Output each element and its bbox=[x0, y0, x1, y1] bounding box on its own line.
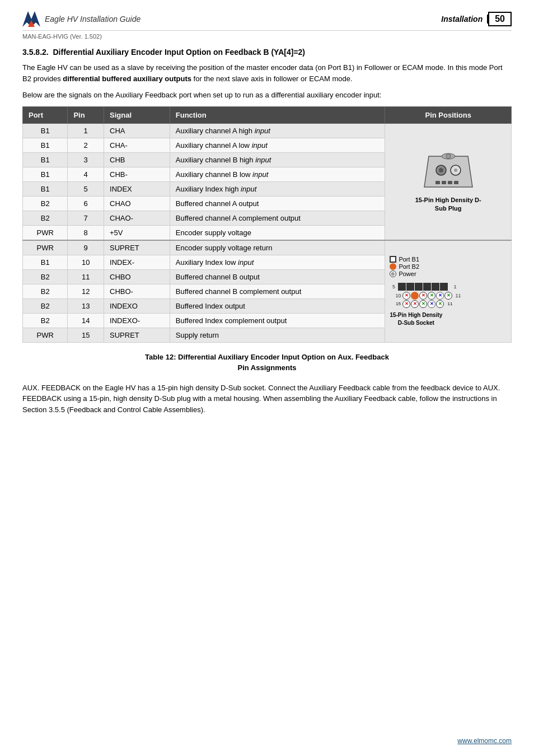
cell-signal: INDEX bbox=[104, 181, 170, 196]
cell-pin: 13 bbox=[68, 298, 104, 313]
cell-port: PWR bbox=[23, 240, 68, 255]
port-b2-icon bbox=[390, 263, 396, 270]
cell-port: PWR bbox=[23, 225, 68, 240]
col-header-function: Function bbox=[170, 106, 385, 123]
pin-circle-low4: ✕ bbox=[428, 300, 435, 308]
cell-function: Encoder supply voltage return bbox=[170, 240, 385, 255]
pin-sq-1 bbox=[398, 283, 406, 291]
cell-pin: 12 bbox=[68, 284, 104, 298]
col-header-port: Port bbox=[23, 106, 68, 123]
cell-function: Supply return bbox=[170, 328, 385, 342]
legend-port-b1: Port B1 bbox=[390, 256, 419, 263]
body-paragraph-2: Below are the signals on the Auxiliary F… bbox=[22, 90, 512, 101]
cell-signal: SUPRET bbox=[104, 328, 170, 342]
legend-power: ⊗ Power bbox=[390, 270, 419, 277]
legend-port-b2: Port B2 bbox=[390, 263, 419, 270]
header-left: Eagle HV Installation Guide bbox=[22, 11, 140, 27]
cell-pin: 15 bbox=[68, 328, 104, 342]
pin-positions-top-label: 15-Pin High Density D- Sub Plug bbox=[415, 196, 481, 212]
pin-circle-14: ✕ bbox=[436, 292, 444, 300]
pin-circle-10: ✕ bbox=[402, 292, 410, 300]
section-title: Differential Auxiliary Encoder Input Opt… bbox=[53, 48, 305, 57]
cell-pin: 6 bbox=[68, 196, 104, 211]
cell-function: Buffered channel A complement output bbox=[170, 211, 385, 225]
pin-sq-4 bbox=[423, 283, 431, 291]
pin-circle-15: ✕ bbox=[444, 292, 452, 300]
col-header-pin: Pin bbox=[68, 106, 104, 123]
cell-signal: CHBO- bbox=[104, 284, 170, 298]
bold-text: differential buffered auxiliary outputs bbox=[63, 74, 191, 83]
svg-point-5 bbox=[439, 168, 443, 172]
legend-power-label: Power bbox=[399, 270, 416, 277]
cell-pin: 8 bbox=[68, 225, 104, 240]
cell-port: B1 bbox=[23, 255, 68, 269]
pin-circle-13: ✕ bbox=[428, 292, 435, 300]
pin-sq-2 bbox=[406, 283, 414, 291]
table-row: PWR 9 SUPRET Encoder supply voltage retu… bbox=[23, 240, 512, 255]
cell-pin: 2 bbox=[68, 138, 104, 152]
section-heading: 3.5.8.2. Differential Auxiliary Encoder … bbox=[22, 48, 512, 57]
cell-port: B2 bbox=[23, 211, 68, 225]
cell-port: B2 bbox=[23, 298, 68, 313]
pin-diagram-bottom: Port B1 Port B2 ⊗ Power bbox=[387, 254, 509, 329]
body-paragraph-1: The Eagle HV can be used as a slave by r… bbox=[22, 62, 512, 84]
cell-port: B2 bbox=[23, 284, 68, 298]
pin-sq-3 bbox=[415, 283, 423, 291]
header-title: Eagle HV Installation Guide bbox=[45, 15, 140, 24]
cell-signal: CHAO bbox=[104, 196, 170, 211]
table-header-row: Port Pin Signal Function Pin Positions bbox=[23, 106, 512, 123]
section-number: 3.5.8.2. bbox=[22, 48, 49, 57]
cell-signal: +5V bbox=[104, 225, 170, 240]
cell-pin: 4 bbox=[68, 167, 104, 181]
pin-sq-6 bbox=[440, 283, 448, 291]
pin-circle-11 bbox=[411, 292, 419, 300]
svg-rect-10 bbox=[442, 181, 446, 184]
header-page-number: 50 bbox=[488, 12, 512, 26]
cell-port: B1 bbox=[23, 152, 68, 167]
table-caption: Table 12: Differential Auxiliary Encoder… bbox=[22, 352, 512, 374]
pin-circle-low: ✕ bbox=[402, 300, 410, 308]
footer-paragraph: AUX. FEEDBACK on the Eagle HV has a 15-p… bbox=[22, 382, 512, 416]
cell-signal: SUPRET bbox=[104, 240, 170, 255]
pin-circle-low2: ✕ bbox=[411, 300, 419, 308]
cell-pin: 9 bbox=[68, 240, 104, 255]
col-header-signal: Signal bbox=[104, 106, 170, 123]
cell-port: B1 bbox=[23, 138, 68, 152]
pin-circle-low3: ✕ bbox=[419, 300, 427, 308]
cell-port: B2 bbox=[23, 313, 68, 328]
cell-port: B2 bbox=[23, 269, 68, 284]
cell-pin-pos: 15-Pin High Density D- Sub Plug bbox=[385, 123, 512, 240]
cell-signal: CHA bbox=[104, 123, 170, 138]
pin-sq-5 bbox=[432, 283, 439, 291]
svg-rect-11 bbox=[448, 181, 452, 184]
cell-signal: CHB bbox=[104, 152, 170, 167]
pin-table: Port Pin Signal Function Pin Positions B… bbox=[22, 106, 512, 343]
cell-signal: CHBO bbox=[104, 269, 170, 284]
cell-function: Auxiliary channel A low input bbox=[170, 138, 385, 152]
cell-pin: 14 bbox=[68, 313, 104, 328]
svg-rect-12 bbox=[454, 181, 458, 184]
cell-port: B1 bbox=[23, 167, 68, 181]
dsub-15pin-diagram: 5 1 10 bbox=[390, 283, 461, 308]
svg-point-7 bbox=[454, 169, 457, 172]
cell-function: Auxiliary channel B low input bbox=[170, 167, 385, 181]
pin-diagram-top: 15-Pin High Density D- Sub Plug bbox=[387, 151, 509, 212]
cell-pin: 7 bbox=[68, 211, 104, 225]
cell-port: B2 bbox=[23, 196, 68, 211]
footer-link[interactable]: www.elmomc.com bbox=[457, 737, 512, 745]
cell-pin: 10 bbox=[68, 255, 104, 269]
table-row: B1 1 CHA Auxiliary channel A high input bbox=[23, 123, 512, 138]
cell-function: Auxiliary channel B high input bbox=[170, 152, 385, 167]
cell-function: Auxiliary Index high input bbox=[170, 181, 385, 196]
eagle-logo-icon bbox=[22, 11, 40, 27]
cell-function: Buffered Index output bbox=[170, 298, 385, 313]
power-icon: ⊗ bbox=[390, 270, 396, 277]
cell-function: Buffered Index complement output bbox=[170, 313, 385, 328]
cell-pin: 1 bbox=[68, 123, 104, 138]
cell-signal: CHA- bbox=[104, 138, 170, 152]
svg-point-8 bbox=[446, 154, 451, 158]
cell-port: PWR bbox=[23, 328, 68, 342]
cell-pin-pos-bottom: Port B1 Port B2 ⊗ Power bbox=[385, 240, 512, 343]
cell-pin: 11 bbox=[68, 269, 104, 284]
cell-signal: INDEX- bbox=[104, 255, 170, 269]
